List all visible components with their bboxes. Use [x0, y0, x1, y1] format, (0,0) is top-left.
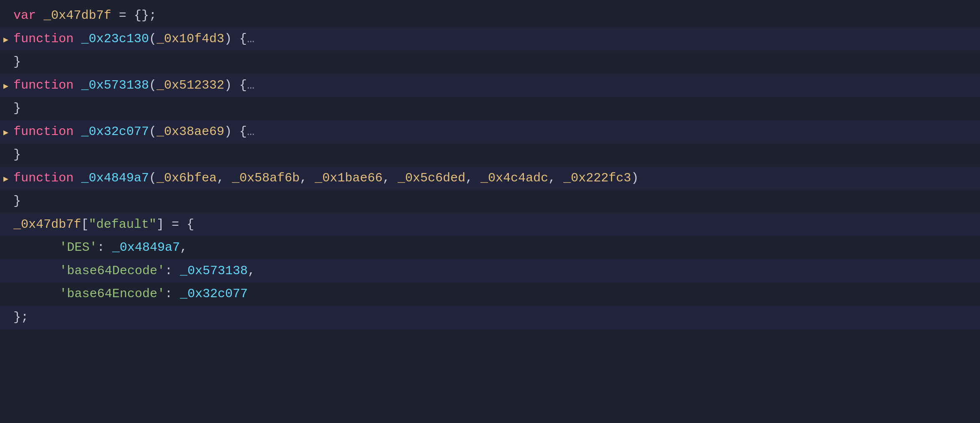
token-punct: ) { [224, 122, 247, 143]
token-brace: } [13, 191, 21, 212]
token-brace: } [13, 145, 21, 166]
code-line: _0x47db7f["default"] = { [0, 213, 980, 237]
token-punct: ( [149, 122, 156, 143]
token-brace: } [13, 52, 21, 73]
fold-arrow-icon[interactable]: ▶ [0, 126, 13, 140]
token-kw: var [13, 5, 44, 26]
token-punct: , [382, 168, 398, 189]
token-punct: ] = { [156, 214, 194, 235]
token-collapsed: … [247, 29, 254, 50]
token-fn: _0x23c130 [81, 29, 149, 50]
fold-arrow-icon[interactable]: ▶ [0, 33, 13, 47]
token-brace: } [13, 98, 21, 119]
token-punct: ) { [224, 29, 247, 50]
code-line: 'base64Encode': _0x32c077 [0, 283, 980, 306]
token-punct: , [248, 261, 255, 282]
token-punct: , [548, 168, 563, 189]
token-punct: = {}; [111, 5, 156, 26]
token-str: 'DES' [59, 237, 97, 258]
token-var-name: _0x47db7f [44, 5, 111, 26]
code-line: } [0, 190, 980, 213]
code-editor: var _0x47db7f = {};▶function _0x23c130(_… [0, 0, 980, 333]
token-value: _0x573138 [180, 261, 248, 282]
token-param: _0x512332 [156, 75, 224, 96]
token-param: _0x58af6b [232, 168, 300, 189]
fold-arrow-icon[interactable]: ▶ [0, 173, 13, 186]
token-param: _0x6bfea [156, 168, 217, 189]
code-line: }; [0, 306, 980, 329]
code-line: } [0, 143, 980, 167]
token-str: "default" [89, 214, 156, 235]
token-fn: _0x32c077 [81, 122, 149, 143]
code-line: ▶function _0x32c077(_0x38ae69) {… [0, 120, 980, 144]
token-value: _0x4849a7 [112, 237, 180, 258]
token-punct: ( [149, 168, 156, 189]
code-line: ▶function _0x23c130(_0x10f4d3) {… [0, 28, 980, 51]
token-str: 'base64Decode' [59, 261, 165, 282]
token-fn: _0x4849a7 [81, 168, 149, 189]
token-punct: , [465, 168, 480, 189]
token-punct: , [180, 237, 187, 258]
token-punct: , [300, 168, 315, 189]
code-line: } [0, 51, 980, 74]
token-var-name: _0x47db7f [13, 214, 81, 235]
token-fn: _0x573138 [81, 75, 149, 96]
token-param: _0x5c6ded [398, 168, 465, 189]
token-punct: : [165, 284, 180, 305]
token-punct: ( [149, 29, 156, 50]
code-line: 'base64Decode': _0x573138, [0, 260, 980, 283]
token-collapsed: … [247, 122, 254, 143]
token-kw: function [13, 29, 81, 50]
token-param: _0x38ae69 [156, 122, 224, 143]
token-punct: , [217, 168, 232, 189]
token-punct: ( [149, 75, 156, 96]
token-punct: [ [81, 214, 89, 235]
token-param: _0x222fc3 [563, 168, 631, 189]
token-kw: function [13, 168, 81, 189]
token-kw: function [13, 75, 81, 96]
token-brace: }; [13, 307, 28, 328]
token-punct: : [165, 261, 180, 282]
token-param: _0x1bae66 [315, 168, 382, 189]
fold-arrow-icon[interactable]: ▶ [0, 80, 13, 93]
token-collapsed: … [247, 75, 254, 96]
code-line: var _0x47db7f = {}; [0, 4, 980, 28]
token-punct: ) { [224, 75, 247, 96]
token-punct: : [97, 237, 112, 258]
token-param: _0x4c4adc [480, 168, 548, 189]
code-line: 'DES': _0x4849a7, [0, 236, 980, 260]
token-value: _0x32c077 [180, 284, 248, 305]
code-line: ▶function _0x4849a7(_0x6bfea, _0x58af6b,… [0, 167, 980, 190]
code-line: ▶function _0x573138(_0x512332) {… [0, 74, 980, 97]
token-param: _0x10f4d3 [156, 29, 224, 50]
token-kw: function [13, 122, 81, 143]
code-line: } [0, 97, 980, 120]
token-str: 'base64Encode' [59, 284, 165, 305]
token-punct: ) [631, 168, 639, 189]
